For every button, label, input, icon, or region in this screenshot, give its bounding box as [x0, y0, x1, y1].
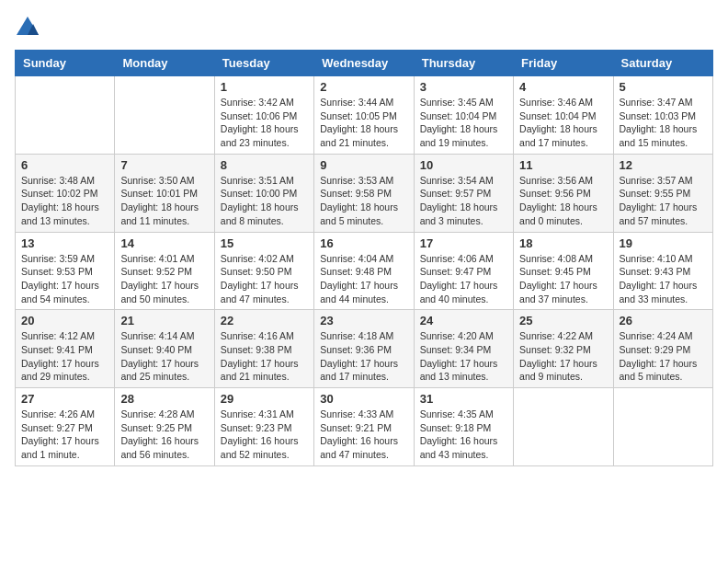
- calendar-cell: [613, 388, 712, 466]
- day-info: Sunrise: 4:01 AM Sunset: 9:52 PM Dayligh…: [120, 252, 208, 306]
- day-number: 7: [120, 158, 208, 172]
- day-number: 22: [221, 314, 308, 327]
- day-number: 13: [21, 236, 108, 250]
- day-info: Sunrise: 3:54 AM Sunset: 9:57 PM Dayligh…: [420, 174, 507, 228]
- calendar-cell: 5Sunrise: 3:47 AM Sunset: 10:03 PM Dayli…: [613, 76, 712, 155]
- weekday-header-thursday: Thursday: [414, 51, 513, 76]
- day-number: 10: [420, 158, 507, 172]
- day-number: 18: [519, 236, 607, 250]
- day-info: Sunrise: 4:35 AM Sunset: 9:18 PM Dayligh…: [420, 408, 507, 462]
- day-number: 25: [519, 314, 607, 327]
- day-number: 8: [221, 158, 308, 172]
- weekday-header-saturday: Saturday: [613, 51, 712, 76]
- day-info: Sunrise: 4:10 AM Sunset: 9:43 PM Dayligh…: [620, 252, 707, 306]
- calendar-week-row: 6Sunrise: 3:48 AM Sunset: 10:02 PM Dayli…: [16, 154, 713, 232]
- day-info: Sunrise: 3:45 AM Sunset: 10:04 PM Daylig…: [420, 96, 507, 150]
- calendar-cell: 16Sunrise: 4:04 AM Sunset: 9:48 PM Dayli…: [314, 232, 414, 310]
- day-info: Sunrise: 4:24 AM Sunset: 9:29 PM Dayligh…: [620, 329, 707, 384]
- calendar-cell: 7Sunrise: 3:50 AM Sunset: 10:01 PM Dayli…: [115, 154, 214, 232]
- calendar-cell: 13Sunrise: 3:59 AM Sunset: 9:53 PM Dayli…: [16, 232, 115, 310]
- day-info: Sunrise: 4:12 AM Sunset: 9:41 PM Dayligh…: [21, 329, 108, 384]
- calendar-week-row: 13Sunrise: 3:59 AM Sunset: 9:53 PM Dayli…: [16, 232, 713, 310]
- calendar-cell: 10Sunrise: 3:54 AM Sunset: 9:57 PM Dayli…: [414, 154, 513, 232]
- day-info: Sunrise: 3:56 AM Sunset: 9:56 PM Dayligh…: [519, 174, 607, 228]
- calendar-week-row: 20Sunrise: 4:12 AM Sunset: 9:41 PM Dayli…: [16, 310, 713, 388]
- calendar-week-row: 27Sunrise: 4:26 AM Sunset: 9:27 PM Dayli…: [16, 388, 713, 466]
- calendar-cell: 1Sunrise: 3:42 AM Sunset: 10:06 PM Dayli…: [214, 76, 313, 155]
- day-info: Sunrise: 4:26 AM Sunset: 9:27 PM Dayligh…: [21, 408, 108, 462]
- day-info: Sunrise: 4:08 AM Sunset: 9:45 PM Dayligh…: [519, 252, 607, 306]
- weekday-header-sunday: Sunday: [16, 51, 115, 76]
- calendar-cell: 23Sunrise: 4:18 AM Sunset: 9:36 PM Dayli…: [314, 310, 414, 388]
- day-number: 29: [221, 392, 308, 406]
- day-info: Sunrise: 3:42 AM Sunset: 10:06 PM Daylig…: [221, 96, 308, 150]
- day-info: Sunrise: 4:18 AM Sunset: 9:36 PM Dayligh…: [320, 329, 407, 384]
- day-info: Sunrise: 4:31 AM Sunset: 9:23 PM Dayligh…: [221, 408, 308, 462]
- calendar-cell: 27Sunrise: 4:26 AM Sunset: 9:27 PM Dayli…: [16, 388, 115, 466]
- day-number: 27: [21, 392, 108, 406]
- calendar-table: SundayMondayTuesdayWednesdayThursdayFrid…: [15, 50, 713, 466]
- day-number: 21: [120, 314, 208, 327]
- weekday-header-friday: Friday: [514, 51, 613, 76]
- calendar-header-row: SundayMondayTuesdayWednesdayThursdayFrid…: [16, 51, 713, 76]
- calendar-cell: 28Sunrise: 4:28 AM Sunset: 9:25 PM Dayli…: [115, 388, 214, 466]
- calendar-cell: 11Sunrise: 3:56 AM Sunset: 9:56 PM Dayli…: [514, 154, 613, 232]
- day-number: 17: [420, 236, 507, 250]
- day-number: 14: [120, 236, 208, 250]
- calendar-cell: 8Sunrise: 3:51 AM Sunset: 10:00 PM Dayli…: [214, 154, 313, 232]
- page-header: [15, 15, 713, 40]
- logo-icon: [15, 15, 40, 40]
- calendar-cell: 21Sunrise: 4:14 AM Sunset: 9:40 PM Dayli…: [115, 310, 214, 388]
- calendar-cell: 26Sunrise: 4:24 AM Sunset: 9:29 PM Dayli…: [613, 310, 712, 388]
- calendar-cell: 15Sunrise: 4:02 AM Sunset: 9:50 PM Dayli…: [214, 232, 313, 310]
- calendar-cell: 6Sunrise: 3:48 AM Sunset: 10:02 PM Dayli…: [16, 154, 115, 232]
- day-number: 15: [221, 236, 308, 250]
- day-number: 5: [620, 80, 707, 94]
- day-info: Sunrise: 4:20 AM Sunset: 9:34 PM Dayligh…: [420, 329, 507, 384]
- day-info: Sunrise: 3:53 AM Sunset: 9:58 PM Dayligh…: [320, 174, 407, 228]
- calendar-cell: 22Sunrise: 4:16 AM Sunset: 9:38 PM Dayli…: [214, 310, 313, 388]
- day-number: 20: [21, 314, 108, 327]
- day-info: Sunrise: 4:14 AM Sunset: 9:40 PM Dayligh…: [120, 329, 208, 384]
- day-info: Sunrise: 3:46 AM Sunset: 10:04 PM Daylig…: [519, 96, 607, 150]
- day-number: 30: [320, 392, 407, 406]
- calendar-cell: 2Sunrise: 3:44 AM Sunset: 10:05 PM Dayli…: [314, 76, 414, 155]
- day-info: Sunrise: 3:47 AM Sunset: 10:03 PM Daylig…: [620, 96, 707, 150]
- day-info: Sunrise: 3:44 AM Sunset: 10:05 PM Daylig…: [320, 96, 407, 150]
- calendar-cell: [16, 76, 115, 155]
- day-info: Sunrise: 3:48 AM Sunset: 10:02 PM Daylig…: [21, 174, 108, 228]
- day-info: Sunrise: 3:51 AM Sunset: 10:00 PM Daylig…: [221, 174, 308, 228]
- day-number: 26: [620, 314, 707, 327]
- day-info: Sunrise: 4:22 AM Sunset: 9:32 PM Dayligh…: [519, 329, 607, 384]
- weekday-header-tuesday: Tuesday: [214, 51, 313, 76]
- calendar-cell: 12Sunrise: 3:57 AM Sunset: 9:55 PM Dayli…: [613, 154, 712, 232]
- day-number: 12: [620, 158, 707, 172]
- calendar-cell: 20Sunrise: 4:12 AM Sunset: 9:41 PM Dayli…: [16, 310, 115, 388]
- day-info: Sunrise: 3:57 AM Sunset: 9:55 PM Dayligh…: [620, 174, 707, 228]
- weekday-header-monday: Monday: [115, 51, 214, 76]
- calendar-cell: 19Sunrise: 4:10 AM Sunset: 9:43 PM Dayli…: [613, 232, 712, 310]
- calendar-cell: 25Sunrise: 4:22 AM Sunset: 9:32 PM Dayli…: [514, 310, 613, 388]
- calendar-cell: 30Sunrise: 4:33 AM Sunset: 9:21 PM Dayli…: [314, 388, 414, 466]
- day-number: 6: [21, 158, 108, 172]
- day-info: Sunrise: 3:50 AM Sunset: 10:01 PM Daylig…: [120, 174, 208, 228]
- day-number: 3: [420, 80, 507, 94]
- day-number: 9: [320, 158, 407, 172]
- logo: [15, 15, 44, 40]
- day-number: 23: [320, 314, 407, 327]
- calendar-cell: 3Sunrise: 3:45 AM Sunset: 10:04 PM Dayli…: [414, 76, 513, 155]
- day-info: Sunrise: 4:28 AM Sunset: 9:25 PM Dayligh…: [120, 408, 208, 462]
- day-number: 11: [519, 158, 607, 172]
- day-number: 16: [320, 236, 407, 250]
- day-number: 24: [420, 314, 507, 327]
- weekday-header-wednesday: Wednesday: [314, 51, 414, 76]
- calendar-cell: 14Sunrise: 4:01 AM Sunset: 9:52 PM Dayli…: [115, 232, 214, 310]
- day-number: 28: [120, 392, 208, 406]
- calendar-cell: 24Sunrise: 4:20 AM Sunset: 9:34 PM Dayli…: [414, 310, 513, 388]
- calendar-cell: 17Sunrise: 4:06 AM Sunset: 9:47 PM Dayli…: [414, 232, 513, 310]
- day-number: 19: [620, 236, 707, 250]
- calendar-cell: 18Sunrise: 4:08 AM Sunset: 9:45 PM Dayli…: [514, 232, 613, 310]
- calendar-cell: [115, 76, 214, 155]
- day-number: 31: [420, 392, 507, 406]
- calendar-cell: 9Sunrise: 3:53 AM Sunset: 9:58 PM Daylig…: [314, 154, 414, 232]
